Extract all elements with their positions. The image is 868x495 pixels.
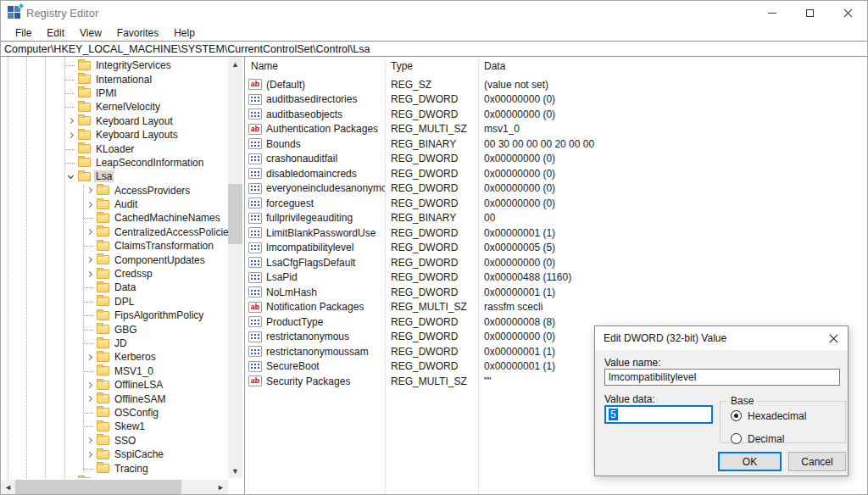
cancel-button[interactable]: Cancel xyxy=(788,452,846,471)
tree-item-osconfig[interactable]: OSConfig xyxy=(1,406,228,420)
tree-horizontal-scrollbar[interactable]: ◄ ► xyxy=(1,480,228,494)
scroll-up-arrow-icon[interactable]: ▲ xyxy=(228,57,242,71)
minimize-button[interactable] xyxy=(753,1,791,25)
radio-decimal[interactable]: Decimal xyxy=(731,430,845,448)
tree-item-offlinelsa[interactable]: OfflineLSA xyxy=(1,378,228,392)
table-row[interactable]: crashonauditfailREG_DWORD0x00000000 (0) xyxy=(245,152,867,167)
chevron-right-icon[interactable] xyxy=(64,114,77,128)
column-header-data[interactable]: Data xyxy=(478,60,867,72)
tree-item-dpl[interactable]: DPL xyxy=(1,295,228,309)
menu-edit[interactable]: Edit xyxy=(39,25,72,41)
table-row[interactable]: BoundsREG_BINARY00 30 00 00 00 20 00 00 xyxy=(245,136,867,152)
scroll-right-arrow-icon[interactable]: ► xyxy=(214,480,228,494)
table-row[interactable]: lmcompatibilitylevelREG_DWORD0x00000005 … xyxy=(245,241,867,256)
chevron-right-icon[interactable] xyxy=(83,225,96,239)
tree-item-keyboard-layouts[interactable]: Keyboard Layouts xyxy=(1,128,228,142)
tree-item-gbg[interactable]: GBG xyxy=(1,322,228,336)
table-row[interactable]: LsaCfgFlagsDefaultREG_DWORD0x00000000 (0… xyxy=(245,255,867,270)
tree-item-kernelvelocity[interactable]: KernelVelocity xyxy=(1,100,228,114)
value-name-text: LsaCfgFlagsDefault xyxy=(266,257,355,269)
chevron-right-icon[interactable] xyxy=(83,378,96,392)
chevron-right-icon[interactable] xyxy=(64,128,77,142)
table-row[interactable]: disabledomaincredsREG_DWORD0x00000000 (0… xyxy=(245,166,867,181)
scroll-down-arrow-icon[interactable]: ▼ xyxy=(228,464,242,478)
table-row[interactable]: forceguestREG_DWORD0x00000000 (0) xyxy=(245,196,867,211)
ok-button[interactable]: OK xyxy=(718,452,782,471)
title-bar: Registry Editor xyxy=(1,1,867,25)
menu-favorites[interactable]: Favorites xyxy=(109,25,166,41)
tree-item-kerberos[interactable]: Kerberos xyxy=(1,350,228,364)
tree-item-fipsalgorithmpolicy[interactable]: FipsAlgorithmPolicy xyxy=(1,309,228,322)
scroll-left-arrow-icon[interactable]: ◄ xyxy=(1,480,15,494)
tree-item-credssp[interactable]: Credssp xyxy=(1,267,228,281)
chevron-right-icon[interactable] xyxy=(83,448,96,461)
table-row[interactable]: abAuthentication PackagesREG_MULTI_SZmsv… xyxy=(245,122,867,137)
table-row[interactable]: auditbasedirectoriesREG_DWORD0x00000000 … xyxy=(245,92,867,108)
radio-hexadecimal[interactable]: Hexadecimal xyxy=(731,407,845,425)
tree-vertical-scrollbar[interactable]: ▲ ▼ xyxy=(228,57,242,478)
folder-icon xyxy=(78,75,91,84)
tree-connector xyxy=(83,364,96,378)
value-name-cell: SecureBoot xyxy=(245,360,385,372)
value-name-field[interactable]: lmcompatibilitylevel xyxy=(604,369,840,386)
radio-label: Decimal xyxy=(748,433,784,445)
chevron-right-icon[interactable] xyxy=(83,267,96,281)
maximize-button[interactable] xyxy=(791,1,829,25)
tree-item-offlinesam[interactable]: OfflineSAM xyxy=(1,392,228,405)
tree-item-jd[interactable]: JD xyxy=(1,336,228,350)
table-row[interactable]: LsaPidREG_DWORD0x00000488 (1160) xyxy=(245,270,867,286)
table-row[interactable]: everyoneincludesanonymousREG_DWORD0x0000… xyxy=(245,181,867,197)
dialog-close-button[interactable] xyxy=(819,326,848,350)
menu-view[interactable]: View xyxy=(72,25,109,41)
tree-item-partial[interactable] xyxy=(1,476,228,478)
tree-item-audit[interactable]: Audit xyxy=(1,197,228,211)
tree-item-label: DPL xyxy=(113,296,136,308)
value-type-cell: REG_DWORD xyxy=(385,316,478,328)
table-row[interactable]: LimitBlankPasswordUseREG_DWORD0x00000001… xyxy=(245,225,867,241)
vertical-scrollbar-thumb[interactable] xyxy=(228,184,242,244)
tree-item-integrityservices[interactable]: IntegrityServices xyxy=(1,58,228,72)
tree-item-centralizedaccesspolicies[interactable]: CentralizedAccessPolicies xyxy=(1,225,228,239)
close-button[interactable] xyxy=(829,1,867,25)
tree-item-claimstransformation[interactable]: ClaimsTransformation xyxy=(1,239,228,253)
tree-item-kloader[interactable]: KLoader xyxy=(1,142,228,155)
table-row[interactable]: NoLmHashREG_DWORD0x00000001 (1) xyxy=(245,285,867,300)
tree-item-skew1[interactable]: Skew1 xyxy=(1,420,228,433)
chevron-right-icon[interactable] xyxy=(83,434,96,448)
tree-item-lsa[interactable]: Lsa xyxy=(1,170,228,183)
chevron-right-icon[interactable] xyxy=(83,184,96,197)
column-header-name[interactable]: Name xyxy=(245,60,385,72)
tree-item-ipmi[interactable]: IPMI xyxy=(1,86,228,100)
table-row[interactable]: auditbaseobjectsREG_DWORD0x00000000 (0) xyxy=(245,107,867,122)
column-header-type[interactable]: Type xyxy=(385,60,478,72)
tree-item-accessproviders[interactable]: AccessProviders xyxy=(1,184,228,197)
table-row[interactable]: fullprivilegeauditingREG_BINARY00 xyxy=(245,211,867,226)
tree-item-data[interactable]: Data xyxy=(1,281,228,294)
tree-item-keyboard-layout[interactable]: Keyboard Layout xyxy=(1,114,228,128)
tree-item-tracing[interactable]: Tracing xyxy=(1,461,228,475)
chevron-right-icon[interactable] xyxy=(83,350,96,364)
chevron-right-icon[interactable] xyxy=(83,392,96,406)
tree-item-international[interactable]: International xyxy=(1,72,228,86)
tree-item-componentupdates[interactable]: ComponentUpdates xyxy=(1,253,228,266)
tree-item-msv1-0[interactable]: MSV1_0 xyxy=(1,364,228,378)
chevron-down-icon[interactable] xyxy=(64,170,77,183)
radio-checked-icon[interactable] xyxy=(731,410,742,421)
tree-item-cachedmachinenames[interactable]: CachedMachineNames xyxy=(1,211,228,225)
address-bar[interactable] xyxy=(1,41,867,57)
menu-help[interactable]: Help xyxy=(166,25,203,41)
tree-item-sspicache[interactable]: SspiCache xyxy=(1,448,228,461)
menu-file[interactable]: File xyxy=(8,25,39,41)
tree-item-leapsecondinformation[interactable]: LeapSecondInformation xyxy=(1,156,228,170)
radio-unchecked-icon[interactable] xyxy=(731,433,742,444)
chevron-right-icon[interactable] xyxy=(83,197,96,211)
tree-item-sso[interactable]: SSO xyxy=(1,434,228,448)
chevron-right-icon[interactable] xyxy=(83,253,96,267)
minimize-icon xyxy=(768,13,776,14)
value-data-field[interactable]: 5 xyxy=(604,405,713,424)
reg-binary-icon xyxy=(248,257,262,268)
horizontal-scrollbar-thumb[interactable] xyxy=(15,480,181,494)
table-row[interactable]: ab(Default)REG_SZ(value not set) xyxy=(245,77,867,92)
table-row[interactable]: abNotification PackagesREG_MULTI_SZrassf… xyxy=(245,300,867,315)
value-name-cell: ProductType xyxy=(245,316,385,328)
